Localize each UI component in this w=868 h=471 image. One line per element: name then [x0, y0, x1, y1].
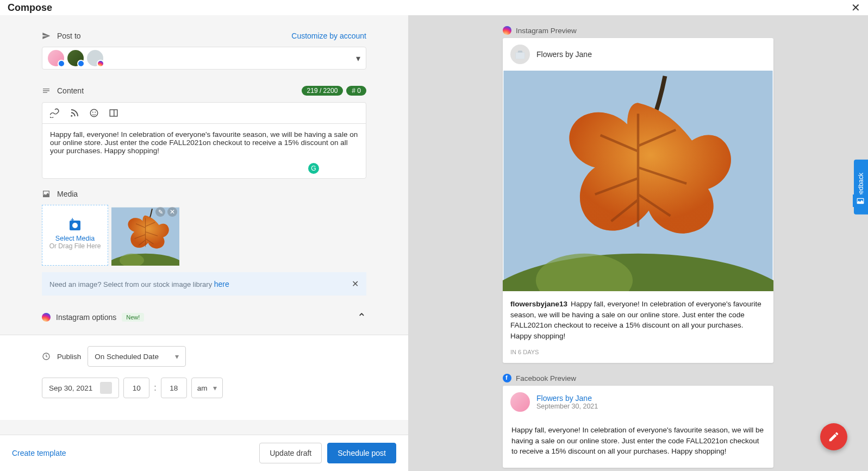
date-picker[interactable]: Sep 30, 2021 — [42, 378, 119, 398]
facebook-preview-label: Facebook Preview — [503, 374, 773, 382]
minute-input[interactable]: 18 — [161, 378, 187, 398]
instagram-icon — [42, 313, 51, 322]
account-avatar[interactable] — [67, 50, 84, 66]
account-avatar[interactable] — [87, 50, 103, 66]
feedback-photo-icon[interactable] — [853, 194, 868, 207]
publish-label: Publish — [57, 353, 81, 361]
media-label: Media — [42, 190, 366, 198]
grammarly-icon[interactable]: G — [308, 163, 319, 174]
instagram-icon — [503, 26, 511, 35]
preview-pane: Instagram Preview Flowers by Jane flower… — [408, 15, 868, 471]
svg-rect-10 — [516, 53, 525, 59]
chevron-down-icon: ▾ — [356, 53, 360, 64]
svg-point-5 — [92, 112, 93, 113]
stock-hint: Need an image? Select from our stock ima… — [42, 272, 366, 296]
stock-library-link[interactable]: here — [214, 280, 229, 288]
rss-icon[interactable] — [70, 108, 79, 118]
instagram-options-toggle[interactable]: Instagram options New! ⌃ — [42, 311, 366, 324]
avatar — [510, 45, 530, 64]
accounts-selector[interactable]: ▾ — [42, 47, 366, 70]
media-thumbnail[interactable]: ✎ ✕ — [111, 205, 179, 266]
media-dropzone[interactable]: Select Media Or Drag File Here — [42, 205, 108, 266]
panel-icon[interactable] — [109, 108, 118, 118]
camera-icon — [70, 221, 80, 230]
link-icon[interactable] — [50, 108, 60, 118]
facebook-preview-card: Flowers by Jane September 30, 2021 Happy… — [503, 386, 773, 468]
dialog-title: Compose — [8, 2, 52, 14]
compose-pane: Post to Customize by account ▾ Content — [0, 15, 408, 471]
content-label: Content — [42, 86, 84, 95]
facebook-icon — [503, 374, 511, 382]
edit-media-icon[interactable]: ✎ — [155, 207, 165, 217]
clock-icon — [42, 352, 51, 361]
compose-fab[interactable] — [820, 423, 847, 450]
facebook-body: Happy fall, everyone! In celebration of … — [503, 418, 773, 468]
customize-by-account-link[interactable]: Customize by account — [291, 32, 366, 40]
post-to-label: Post to — [42, 32, 81, 40]
close-button[interactable]: ✕ — [851, 1, 860, 14]
svg-point-6 — [95, 112, 96, 113]
dismiss-hint-icon[interactable]: ✕ — [352, 279, 359, 289]
hour-input[interactable]: 10 — [123, 378, 149, 398]
instagram-preview-card: Flowers by Jane flowersbyjane13Happy fal… — [503, 38, 773, 363]
dialog-header: Compose ✕ — [0, 0, 868, 15]
avatar — [510, 392, 530, 412]
create-template-link[interactable]: Create template — [12, 449, 66, 457]
remove-media-icon[interactable]: ✕ — [167, 207, 177, 217]
compose-footer: Create template Update draft Schedule po… — [0, 435, 408, 471]
instagram-preview-label: Instagram Preview — [503, 26, 773, 35]
svg-point-4 — [90, 109, 98, 117]
ampm-select[interactable]: am▾ — [191, 378, 223, 398]
publish-mode-select[interactable]: On Scheduled Date▾ — [88, 346, 186, 367]
hashtag-counter: # 0 — [346, 86, 366, 96]
svg-point-3 — [71, 115, 72, 117]
calendar-icon — [100, 382, 112, 394]
instagram-timestamp: IN 6 DAYS — [503, 349, 773, 363]
chevron-up-icon: ⌃ — [357, 311, 366, 324]
preview-image — [503, 71, 773, 291]
new-badge: New! — [122, 313, 144, 322]
account-avatar[interactable] — [48, 50, 64, 66]
schedule-post-button[interactable]: Schedule post — [327, 443, 396, 463]
emoji-icon[interactable] — [89, 108, 99, 118]
char-counter: 219 / 2200 — [302, 86, 344, 96]
instagram-caption: flowersbyjane13Happy fall, everyone! In … — [503, 291, 773, 349]
update-draft-button[interactable]: Update draft — [259, 443, 322, 463]
